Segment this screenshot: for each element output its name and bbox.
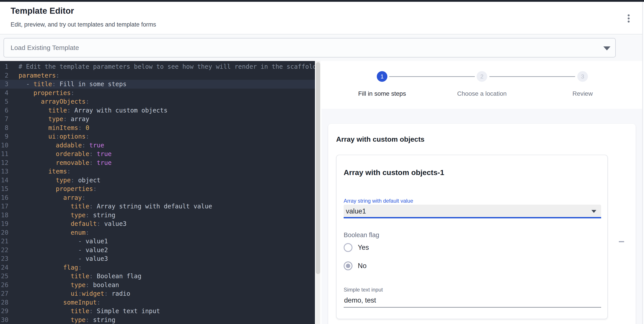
array-item-title: Array with custom objects-1: [344, 168, 600, 177]
code-line[interactable]: 10 addable: true: [0, 141, 315, 150]
page-subtitle: Edit, preview, and try out templates and…: [10, 21, 156, 28]
code-line[interactable]: 7 type: array: [0, 115, 315, 124]
code-line[interactable]: 14 type: object: [0, 176, 315, 185]
step-number-badge: 1: [377, 71, 387, 82]
code-line[interactable]: 29 title: Simple text input: [0, 307, 315, 315]
line-number: 11: [0, 150, 13, 158]
code-line[interactable]: 16 array:: [0, 193, 315, 202]
code-line[interactable]: 1# Edit the template parameters below to…: [0, 62, 315, 71]
radio-group-label: Boolean flag: [344, 231, 600, 239]
line-number: 25: [0, 272, 13, 281]
form-area: Array with custom objects Array with cus…: [322, 109, 644, 324]
select-value: value1: [346, 207, 366, 215]
line-number: 5: [0, 97, 13, 106]
select-field-label: Array string with default value: [344, 198, 600, 204]
step-choose-a-location: 2 Choose a location: [449, 71, 515, 97]
radio-option-yes[interactable]: Yes: [344, 242, 600, 253]
chevron-down-icon: [592, 210, 596, 213]
code-line[interactable]: 20 enum:: [0, 228, 315, 237]
code-line[interactable]: 8 minItems: 0: [0, 124, 315, 132]
line-number: 30: [0, 315, 13, 324]
template-loader-bar: [0, 35, 644, 61]
line-number: 3: [0, 80, 13, 89]
line-number: 6: [0, 106, 13, 115]
line-number: 29: [0, 307, 13, 315]
line-number: 4: [0, 89, 13, 98]
code-line[interactable]: 22 - value2: [0, 246, 315, 255]
code-line[interactable]: 2parameters:: [0, 71, 315, 80]
code-editor-lines: 1# Edit the template parameters below to…: [0, 62, 315, 324]
page-header: Template Editor Edit, preview, and try o…: [0, 2, 644, 35]
line-number: 8: [0, 124, 13, 132]
radio-option-label: No: [358, 262, 366, 270]
line-number: 14: [0, 176, 13, 185]
code-editor[interactable]: 1# Edit the template parameters below to…: [0, 61, 315, 324]
form-preview-panel: 1 Fill in some steps 2 Choose a location…: [322, 61, 644, 324]
stepper: 1 Fill in some steps 2 Choose a location…: [322, 61, 644, 109]
chevron-down-icon[interactable]: [603, 47, 610, 50]
minus-icon: [619, 241, 624, 242]
line-number: 1: [0, 62, 13, 71]
form-section-card: Array with custom objects Array with cus…: [328, 124, 636, 324]
step-label: Choose a location: [449, 90, 515, 97]
kebab-vertical-icon: [628, 14, 630, 16]
code-line[interactable]: 26 type: boolean: [0, 281, 315, 289]
code-line[interactable]: 18 type: string: [0, 211, 315, 220]
line-number: 23: [0, 254, 13, 263]
code-line[interactable]: 19 default: value3: [0, 219, 315, 228]
step-number-badge: 3: [577, 71, 588, 82]
code-line[interactable]: 3 - title: Fill in some steps: [0, 80, 315, 89]
remove-item-button[interactable]: [616, 236, 627, 247]
code-line[interactable]: 17 title: Array string with default valu…: [0, 202, 315, 211]
editor-scrollbar-thumb[interactable]: [316, 62, 320, 274]
kebab-vertical-icon: [628, 21, 630, 23]
code-line[interactable]: 28 someInput:: [0, 298, 315, 307]
line-number: 15: [0, 185, 13, 193]
code-line[interactable]: 13 items:: [0, 167, 315, 176]
code-line[interactable]: 21 - value1: [0, 237, 315, 246]
radio-option-no[interactable]: No: [344, 260, 600, 271]
line-number: 28: [0, 298, 13, 307]
code-line[interactable]: 12 removable: true: [0, 158, 315, 167]
line-number: 7: [0, 115, 13, 124]
code-line[interactable]: 25 title: Boolean flag: [0, 272, 315, 281]
code-line[interactable]: 24 flag:: [0, 263, 315, 272]
code-line[interactable]: 30 type: string: [0, 315, 315, 324]
radio-option-label: Yes: [358, 243, 369, 251]
line-number: 16: [0, 193, 13, 202]
simple-text-input[interactable]: [344, 296, 601, 308]
code-line[interactable]: 11 orderable: true: [0, 150, 315, 158]
page-title: Template Editor: [10, 6, 74, 16]
text-field-label: Simple text input: [344, 287, 600, 293]
code-line[interactable]: 27 ui:widget: radio: [0, 289, 315, 298]
code-line[interactable]: 23 - value3: [0, 254, 315, 263]
line-number: 19: [0, 219, 13, 228]
radio-icon: [344, 243, 352, 252]
array-string-select[interactable]: value1: [344, 205, 601, 218]
code-line[interactable]: 15 properties:: [0, 185, 315, 193]
code-line[interactable]: 9 ui:options:: [0, 132, 315, 141]
code-line[interactable]: 6 title: Array with custom objects: [0, 106, 315, 115]
code-line[interactable]: 4 properties:: [0, 89, 315, 98]
editor-scrollbar: [315, 61, 322, 324]
step-label: Fill in some steps: [349, 90, 415, 97]
page-right-scroll-edge: [642, 2, 644, 324]
line-number: 13: [0, 167, 13, 176]
code-line[interactable]: 5 arrayObjects:: [0, 97, 315, 106]
array-item-card: Array with custom objects-1 Array string…: [336, 155, 608, 319]
step-review: 3 Review: [550, 71, 616, 97]
line-number: 2: [0, 71, 13, 80]
line-number: 21: [0, 237, 13, 246]
line-number: 24: [0, 263, 13, 272]
more-options-button[interactable]: [624, 13, 634, 24]
main-split: 1# Edit the template parameters below to…: [0, 61, 644, 324]
form-section-title: Array with custom objects: [336, 135, 424, 143]
load-template-select[interactable]: [4, 38, 616, 58]
load-template-input[interactable]: [10, 39, 596, 57]
line-number: 27: [0, 289, 13, 298]
line-number: 12: [0, 158, 13, 167]
line-number: 22: [0, 246, 13, 255]
line-number: 18: [0, 211, 13, 220]
line-number: 20: [0, 228, 13, 237]
step-fill-in-some-steps: 1 Fill in some steps: [349, 71, 415, 97]
